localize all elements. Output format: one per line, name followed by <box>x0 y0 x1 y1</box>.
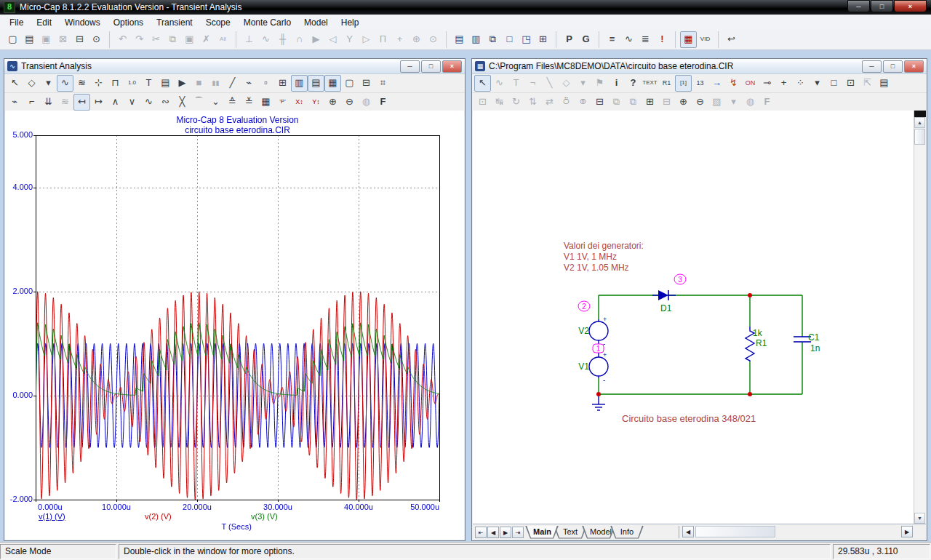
text-mode-button[interactable]: T <box>140 75 157 92</box>
tab-main[interactable]: Main <box>525 526 559 539</box>
new-button[interactable]: ▢ <box>4 31 21 48</box>
open-button[interactable]: ▤ <box>21 31 38 48</box>
ground-symbol[interactable] <box>592 394 605 410</box>
maximize-window-button[interactable]: □ <box>501 31 518 48</box>
envelope-low-button[interactable]: ≚ <box>241 94 257 111</box>
show-power-button[interactable]: ↯ <box>725 75 742 92</box>
vertical-scrollbar[interactable]: ▲ ▼ <box>914 111 926 524</box>
wires[interactable] <box>599 295 802 394</box>
overlap-button[interactable]: ◳ <box>518 31 535 48</box>
schematic-restore-button[interactable]: □ <box>883 60 903 73</box>
menu-edit[interactable]: Edit <box>30 16 58 29</box>
find-part-button[interactable]: ⍥ <box>558 94 575 111</box>
print-button[interactable]: ⊟ <box>71 31 88 48</box>
info-window-button[interactable]: ⊟ <box>591 94 608 111</box>
close-button[interactable]: × <box>894 0 927 12</box>
vertical-scroll-thumb[interactable] <box>914 129 925 145</box>
cursor-mode-button[interactable]: ≋ <box>73 75 90 92</box>
calculator-button[interactable]: ⊞ <box>535 31 551 48</box>
global-low-button[interactable]: ⌄ <box>207 94 224 111</box>
g-command-button[interactable]: G <box>578 31 594 48</box>
first-tab-button[interactable]: ⇤ <box>475 527 487 538</box>
show-crosshair-button[interactable]: + <box>775 75 792 92</box>
next-tab-button[interactable]: ▶ <box>500 527 511 538</box>
graphics-dropdown[interactable]: ▾ <box>40 75 57 92</box>
grid-dropdown[interactable]: ▾ <box>809 75 826 92</box>
plot-restore-button[interactable]: □ <box>421 60 441 73</box>
pattern-vertical-button[interactable]: ▥ <box>291 75 308 92</box>
add-page-button[interactable]: ⊞ <box>642 94 658 111</box>
show-conditions-button[interactable]: ON <box>742 75 759 92</box>
schematic-minimize-button[interactable]: ─ <box>862 60 882 73</box>
scroll-down-button[interactable]: ▼ <box>914 513 925 524</box>
menu-windows[interactable]: Windows <box>58 16 107 29</box>
prev-tab-button[interactable]: ◀ <box>487 527 499 538</box>
rise-marker-button[interactable]: ⌐ <box>23 94 40 111</box>
menu-transient[interactable]: Transient <box>150 16 199 29</box>
show-pin-connections-button[interactable]: ⊸ <box>759 75 775 92</box>
tab-info[interactable]: Info <box>610 526 644 539</box>
formula-button[interactable]: F <box>375 94 391 111</box>
shape-editor-button[interactable]: ∿ <box>620 31 637 48</box>
show-attributes-button[interactable]: R1 <box>658 75 675 92</box>
scroll-right-button[interactable]: ▶ <box>901 526 913 537</box>
line-mode-button[interactable]: ╱ <box>224 75 241 92</box>
pattern-horizontal-button[interactable]: ▤ <box>308 75 324 92</box>
plot-close-button[interactable]: × <box>442 60 462 73</box>
schematic-window-titlebar[interactable]: ▦ C:\Program Files\MC8DEMO\DATA\circuito… <box>472 59 927 74</box>
tile-horizontal-button[interactable]: ▤ <box>451 31 468 48</box>
horizontal-tag-button[interactable]: ⊓ <box>107 75 124 92</box>
tab-models[interactable]: Models <box>582 526 615 539</box>
menu-file[interactable]: File <box>3 16 30 29</box>
select-mode-button[interactable]: ↖ <box>474 75 491 92</box>
animate-button[interactable]: ! <box>654 31 671 48</box>
trim-button[interactable]: ⌗ <box>375 75 391 92</box>
polyline-mode-button[interactable]: ⌁ <box>241 75 257 92</box>
component-editor-button[interactable]: ≡ <box>604 31 620 48</box>
y-axis-settings-button[interactable]: Y↕ <box>308 94 324 111</box>
run-button[interactable]: ▶ <box>174 75 191 92</box>
pattern-grid-button[interactable]: ▦ <box>324 75 341 92</box>
next-transition-button[interactable]: ⌁ <box>7 94 23 111</box>
show-node-voltages-button[interactable]: 13 <box>692 75 708 92</box>
menu-monte-carlo[interactable]: Monte Carlo <box>237 16 297 29</box>
menu-scope[interactable]: Scope <box>199 16 237 29</box>
minimize-button[interactable]: ─ <box>847 0 870 12</box>
last-tab-button[interactable]: ⇥ <box>512 527 524 538</box>
print-preview-button[interactable]: ⊙ <box>88 31 105 48</box>
fall-marker-button[interactable]: ⇊ <box>40 94 57 111</box>
info-mode-button[interactable]: i <box>608 75 625 92</box>
point-tag-button[interactable]: ⊹ <box>90 75 107 92</box>
restore-button[interactable]: □ <box>871 0 893 12</box>
properties-button[interactable]: ▤ <box>157 75 174 92</box>
analysis-plot-button[interactable]: ▦ <box>680 31 697 48</box>
waveform-canvas[interactable] <box>5 111 464 539</box>
tab-text[interactable]: Text <box>554 526 587 539</box>
x-axis-settings-button[interactable]: X↕ <box>291 94 308 111</box>
global-high-button[interactable]: ⌒ <box>191 94 207 111</box>
properties-button[interactable]: ▤ <box>876 75 892 92</box>
zoom-out-button[interactable]: ⊖ <box>692 94 708 111</box>
scroll-up-button[interactable]: ▲ <box>914 117 925 128</box>
schematic-canvas[interactable]: Valori dei generatori: V1 1V, 1 MHz V2 1… <box>473 111 914 522</box>
go-to-performance-button[interactable]: 'P' <box>274 94 291 111</box>
zoom-in-button[interactable]: ⊕ <box>324 94 341 111</box>
cursor-left-button[interactable]: ↤ <box>73 94 90 111</box>
horizontal-scroll-thumb[interactable] <box>695 526 775 537</box>
swap-windows-button[interactable]: ↩ <box>723 31 740 48</box>
schematic-close-button[interactable]: × <box>904 60 924 73</box>
data-table-button[interactable]: ▦ <box>257 94 274 111</box>
low-button[interactable]: ∾ <box>157 94 174 111</box>
select-mode-button[interactable]: ↖ <box>7 75 23 92</box>
envelope-high-button[interactable]: ≙ <box>224 94 241 111</box>
show-border-button[interactable]: □ <box>826 75 842 92</box>
show-title-block-button[interactable]: ⊡ <box>842 75 859 92</box>
high-button[interactable]: ∿ <box>140 94 157 111</box>
valley-button[interactable]: ∨ <box>124 94 140 111</box>
transient-limits-button[interactable]: VID <box>697 31 714 48</box>
show-currents-button[interactable]: → <box>708 75 725 92</box>
graphics-mode-button[interactable]: ◇ <box>23 75 40 92</box>
grid-button[interactable]: ⊞ <box>274 75 291 92</box>
zoom-out-button[interactable]: ⊖ <box>341 94 358 111</box>
plot-window-titlebar[interactable]: ∿ Transient Analysis ─ □ × <box>4 59 465 74</box>
